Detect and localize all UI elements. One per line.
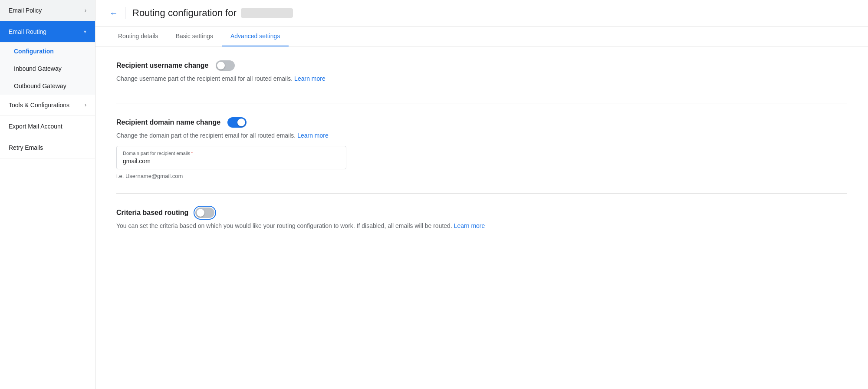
sidebar-item-export-mail[interactable]: Export Mail Account bbox=[0, 116, 95, 137]
page-title: Routing configuration for bbox=[132, 7, 293, 19]
sidebar-sub-item-label: Outbound Gateway bbox=[14, 82, 66, 89]
toggle-slider-username bbox=[216, 60, 235, 71]
sidebar-item-label: Email Policy bbox=[9, 7, 42, 14]
sidebar-item-outbound-gateway[interactable]: Outbound Gateway bbox=[0, 77, 95, 95]
section-title-username: Recipient username change bbox=[116, 62, 209, 69]
section-recipient-username-change: Recipient username change Change usernam… bbox=[116, 60, 847, 103]
toggle-recipient-username[interactable] bbox=[216, 60, 235, 71]
sidebar-item-label: Retry Emails bbox=[9, 144, 43, 151]
learn-more-criteria[interactable]: Learn more bbox=[454, 222, 485, 229]
back-button[interactable]: ← bbox=[109, 9, 118, 17]
domain-input-label: Domain part for recipient emails * bbox=[123, 151, 340, 156]
section-title-criteria: Criteria based routing bbox=[116, 209, 188, 217]
chevron-right-icon: › bbox=[85, 7, 86, 13]
sidebar-sub-item-label: Configuration bbox=[14, 48, 54, 55]
toggle-criteria-routing[interactable] bbox=[195, 208, 214, 218]
section-desc-criteria: You can set the criteria based on which … bbox=[116, 222, 847, 229]
sidebar-item-tools-configurations[interactable]: Tools & Configurations › bbox=[0, 95, 95, 116]
tab-basic-settings[interactable]: Basic settings bbox=[167, 26, 222, 46]
section-title-domain: Recipient domain name change bbox=[116, 119, 220, 126]
tabs-bar: Routing details Basic settings Advanced … bbox=[95, 26, 868, 46]
sidebar-item-label: Export Mail Account bbox=[9, 123, 62, 130]
section-desc-username: Change username part of the recipient em… bbox=[116, 75, 847, 82]
content-area: Recipient username change Change usernam… bbox=[95, 46, 868, 389]
page-header: ← Routing configuration for bbox=[95, 0, 868, 26]
sidebar-item-configuration[interactable]: Configuration bbox=[0, 43, 95, 60]
sidebar-item-email-policy[interactable]: Email Policy › bbox=[0, 0, 95, 21]
learn-more-username[interactable]: Learn more bbox=[294, 75, 326, 82]
section-recipient-domain-change: Recipient domain name change Change the … bbox=[116, 117, 847, 194]
title-redacted bbox=[241, 8, 293, 18]
chevron-right-icon-tools: › bbox=[85, 102, 86, 108]
section-criteria-routing: Criteria based routing You can set the c… bbox=[116, 208, 847, 250]
sidebar-item-retry-emails[interactable]: Retry Emails bbox=[0, 137, 95, 158]
toggle-slider-domain bbox=[227, 117, 247, 128]
sidebar-item-email-routing[interactable]: Email Routing ▾ bbox=[0, 21, 95, 43]
sidebar-item-label: Tools & Configurations bbox=[9, 102, 69, 109]
toggle-slider-criteria bbox=[195, 208, 214, 218]
domain-input-hint: i.e. Username@gmail.com bbox=[116, 173, 847, 179]
section-header-username: Recipient username change bbox=[116, 60, 847, 71]
sidebar-sub-item-label: Inbound Gateway bbox=[14, 65, 62, 72]
chevron-down-icon: ▾ bbox=[84, 29, 86, 35]
learn-more-domain[interactable]: Learn more bbox=[297, 132, 329, 139]
section-desc-domain: Change the domain part of the recipient … bbox=[116, 132, 847, 139]
sidebar: Email Policy › Email Routing ▾ Configura… bbox=[0, 0, 95, 389]
section-header-domain: Recipient domain name change bbox=[116, 117, 847, 128]
section-header-criteria: Criteria based routing bbox=[116, 208, 847, 218]
sidebar-item-inbound-gateway[interactable]: Inbound Gateway bbox=[0, 60, 95, 77]
required-indicator: * bbox=[191, 151, 193, 156]
domain-input-value[interactable]: gmail.com bbox=[123, 158, 340, 165]
sidebar-item-label: Email Routing bbox=[9, 28, 46, 35]
main-content: ← Routing configuration for Routing deta… bbox=[95, 0, 868, 389]
domain-input-group[interactable]: Domain part for recipient emails * gmail… bbox=[116, 146, 346, 169]
tab-advanced-settings[interactable]: Advanced settings bbox=[222, 26, 289, 46]
tab-routing-details[interactable]: Routing details bbox=[109, 26, 167, 46]
sidebar-sub-items: Configuration Inbound Gateway Outbound G… bbox=[0, 43, 95, 95]
toggle-recipient-domain[interactable] bbox=[227, 117, 247, 128]
